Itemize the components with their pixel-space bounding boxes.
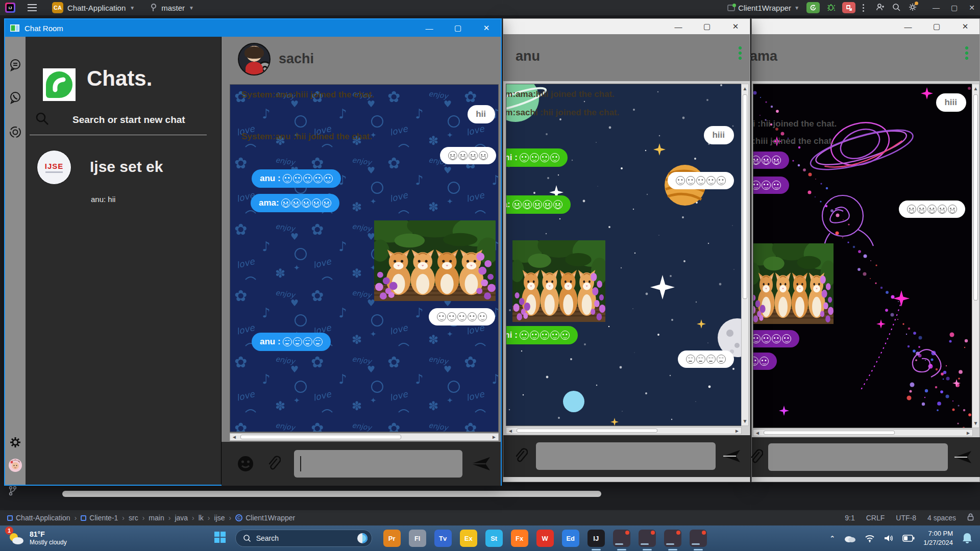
chats-tab-icon[interactable]: [9, 58, 22, 73]
close-button[interactable]: ✕: [721, 19, 750, 34]
flat-face-emoji-icon: [706, 355, 716, 364]
notification-bell-icon[interactable]: [962, 532, 973, 544]
window-icon: [10, 24, 19, 32]
breadcrumb-separator: ›: [208, 514, 210, 522]
taskbar-app-icon[interactable]: Ed: [562, 530, 579, 547]
window-title-bar[interactable]: — ▢ ✕: [752, 19, 979, 34]
message-input-bar: [503, 435, 751, 477]
add-user-icon[interactable]: [875, 3, 885, 13]
window-title-bar[interactable]: Chat Room — ▢ ✕: [5, 19, 501, 37]
tray-chevron-up-icon[interactable]: ⌃: [829, 535, 835, 542]
ide-close-button[interactable]: ✕: [969, 4, 975, 12]
smile-face-emoji-icon: [324, 174, 333, 183]
calls-tab-icon[interactable]: [9, 91, 22, 106]
wifi-icon[interactable]: [865, 534, 875, 542]
status-tab-icon[interactable]: [9, 126, 22, 141]
caret-position[interactable]: 9:1: [845, 514, 854, 522]
search-input[interactable]: Search or start new chat: [72, 114, 185, 126]
taskbar-app-icon[interactable]: [613, 530, 630, 547]
send-button[interactable]: [723, 449, 741, 463]
rerun-button[interactable]: [806, 2, 820, 13]
minimize-button[interactable]: —: [894, 19, 922, 34]
smile-face-emoji-icon: [686, 176, 695, 185]
project-name[interactable]: Chatt-Application: [67, 4, 126, 12]
horizontal-scrollbar[interactable]: ◄►: [753, 429, 973, 436]
system-message: System:anu :hii joined the chat.: [241, 132, 372, 142]
project-icon[interactable]: CA: [52, 2, 63, 13]
run-configuration[interactable]: Client1Wrapper ▼: [727, 4, 799, 12]
maximize-button[interactable]: ▢: [693, 19, 721, 34]
send-button[interactable]: [954, 450, 972, 464]
volume-icon[interactable]: [884, 534, 894, 542]
vertical-scrollbar[interactable]: ▲▼: [741, 84, 749, 426]
taskbar-app-icon[interactable]: [639, 530, 656, 547]
horizontal-scrollbar[interactable]: ◄►: [506, 427, 742, 434]
line-ending[interactable]: CRLF: [866, 514, 885, 522]
breadcrumb-item[interactable]: Chatt-Application: [7, 514, 70, 522]
taskbar-app-icon[interactable]: Tv: [434, 530, 452, 547]
taskbar-app-icon[interactable]: Ex: [460, 530, 477, 547]
chat-menu-icon[interactable]: [739, 46, 742, 60]
stop-button[interactable]: [842, 2, 855, 13]
close-button[interactable]: ✕: [472, 19, 501, 37]
chat-partner-avatar[interactable]: [238, 43, 271, 76]
breadcrumb-item[interactable]: ijse: [214, 514, 225, 522]
taskbar-app-icon[interactable]: [664, 530, 681, 547]
chat-bubble: [678, 350, 734, 368]
start-button[interactable]: [213, 530, 227, 546]
maximize-button[interactable]: ▢: [444, 19, 472, 37]
indent-setting[interactable]: 4 spaces: [927, 514, 956, 522]
ide-minimize-button[interactable]: —: [933, 4, 940, 12]
editor-horizontal-scrollbar[interactable]: [62, 491, 601, 497]
message-input-field[interactable]: [536, 442, 716, 470]
taskbar-app-icon[interactable]: [690, 530, 707, 547]
grin-face-emoji-icon: [291, 198, 301, 208]
emoji-picker-icon[interactable]: [237, 455, 254, 472]
taskbar-app-icon[interactable]: St: [485, 530, 503, 547]
taskbar-app-icon[interactable]: IJ: [587, 530, 605, 547]
taskbar-clock[interactable]: 7:00 PM 1/27/2024: [923, 529, 953, 547]
breadcrumb-item[interactable]: lk: [199, 514, 204, 522]
taskbar-app-icon[interactable]: Fx: [511, 530, 528, 547]
attach-file-icon[interactable]: [512, 447, 528, 465]
smile-face-emoji-icon: [293, 174, 302, 183]
vertical-scrollbar[interactable]: ▲▼: [972, 84, 979, 428]
git-branch-name[interactable]: master: [161, 4, 185, 12]
minimize-button[interactable]: —: [415, 19, 444, 37]
message-input-field[interactable]: [768, 443, 948, 471]
battery-icon[interactable]: [902, 535, 915, 542]
attach-file-icon[interactable]: [265, 455, 281, 472]
weather-widget[interactable]: 1 81°F Mostly cloudy: [7, 530, 67, 547]
git-widget-icon[interactable]: [8, 486, 17, 498]
more-actions-icon[interactable]: [863, 4, 864, 12]
profile-avatar[interactable]: [8, 458, 22, 474]
chat-menu-icon[interactable]: [965, 46, 968, 60]
message-input-field[interactable]: [294, 450, 462, 478]
onedrive-icon[interactable]: [844, 534, 856, 542]
maximize-button[interactable]: ▢: [922, 19, 951, 34]
breadcrumb-item[interactable]: src: [129, 514, 138, 522]
debug-button[interactable]: [827, 3, 835, 13]
file-encoding[interactable]: UTF-8: [896, 514, 916, 522]
lock-icon[interactable]: [967, 513, 974, 522]
taskbar-search-box[interactable]: Search: [235, 530, 372, 547]
ide-maximize-button[interactable]: ▢: [951, 4, 958, 12]
settings-icon[interactable]: [9, 436, 22, 451]
breadcrumb-item[interactable]: CClient1Wrapper: [235, 514, 295, 522]
search-everywhere-icon[interactable]: [892, 3, 901, 13]
horizontal-scrollbar[interactable]: ◄►: [230, 433, 499, 441]
smile-face-emoji-icon: [706, 176, 716, 185]
search-icon[interactable]: [35, 111, 50, 129]
taskbar-app-icon[interactable]: Fl: [409, 530, 426, 547]
close-button[interactable]: ✕: [951, 19, 979, 34]
breadcrumb-item[interactable]: java: [175, 514, 188, 522]
main-menu-icon[interactable]: [28, 4, 37, 11]
window-title-bar[interactable]: — ▢ ✕: [503, 19, 750, 34]
breadcrumb-item[interactable]: Cliente-1: [81, 514, 118, 522]
taskbar-app-icon[interactable]: W: [536, 530, 554, 547]
taskbar-app-icon[interactable]: Pr: [383, 530, 401, 547]
breadcrumb-item[interactable]: main: [149, 514, 164, 522]
minimize-button[interactable]: —: [664, 19, 693, 34]
send-button[interactable]: [471, 456, 491, 471]
settings-gear-icon[interactable]: [908, 3, 917, 13]
